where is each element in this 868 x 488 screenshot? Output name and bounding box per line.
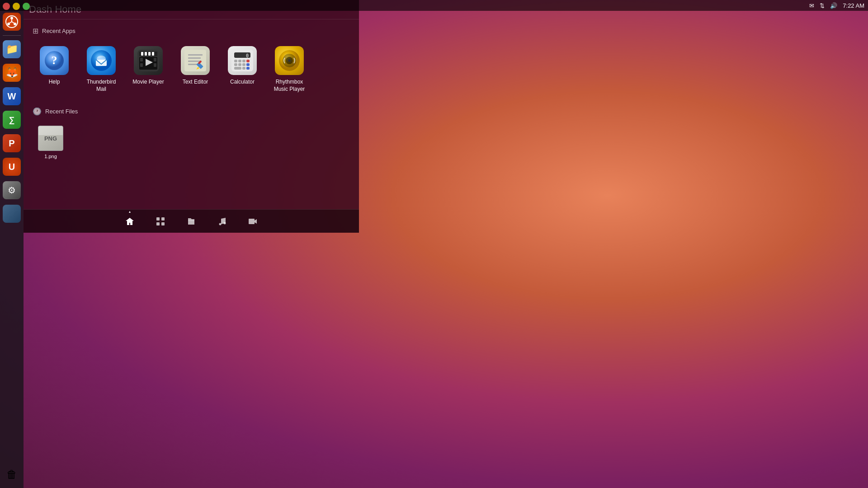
- svg-rect-22: [154, 58, 156, 61]
- movie-player-app-icon: [134, 46, 163, 75]
- bottom-nav-home[interactable]: [122, 213, 138, 230]
- launcher-item-files[interactable]: 📁: [1, 38, 23, 60]
- launcher-item-software-center[interactable]: U: [1, 156, 23, 178]
- app-item-rhythmbox[interactable]: Rhythmbox Music Player: [268, 42, 311, 96]
- impress-icon: P: [3, 134, 21, 152]
- svg-rect-20: [140, 58, 143, 61]
- launcher-item-libreoffice-writer[interactable]: W: [1, 85, 23, 107]
- svg-rect-54: [161, 222, 165, 225]
- svg-rect-18: [152, 52, 154, 56]
- svg-point-57: [224, 222, 226, 224]
- svg-rect-27: [188, 57, 201, 59]
- window-minimize-button[interactable]: [13, 3, 20, 10]
- mail-icon[interactable]: ✉: [809, 2, 814, 9]
- text-editor-app-icon: [181, 46, 210, 75]
- time-display: 7:22 AM: [843, 2, 864, 9]
- bottom-nav-video[interactable]: [245, 213, 261, 230]
- window-controls: [3, 3, 30, 10]
- launcher-item-ubuntu[interactable]: [1, 11, 23, 33]
- launcher-item-libreoffice-calc[interactable]: ∑: [1, 109, 23, 131]
- png-file-label: 1.png: [44, 154, 57, 159]
- help-app-icon: ?: [40, 46, 69, 75]
- launcher-item-firefox[interactable]: 🦊: [1, 62, 23, 84]
- svg-rect-44: [234, 67, 241, 70]
- svg-point-56: [219, 223, 222, 225]
- thunderbird-app-label: Thunderbird Mail: [81, 79, 121, 93]
- volume-icon[interactable]: 🔊: [830, 2, 837, 9]
- network-icon[interactable]: ⇅: [820, 2, 825, 9]
- apps-grid: ? Help: [33, 42, 350, 96]
- svg-rect-41: [238, 63, 241, 66]
- trash-icon: 🗑: [3, 465, 21, 483]
- topbar-right: ✉ ⇅ 🔊 7:22 AM: [809, 2, 864, 9]
- launcher-sidebar: 📁 🦊 W ∑ P U ⚙ 🗑: [0, 0, 24, 488]
- ubuntu-logo-icon: [3, 13, 21, 31]
- dash-content: ⊞ Recent Apps ?: [24, 19, 359, 209]
- svg-rect-38: [242, 60, 245, 62]
- svg-rect-39: [246, 60, 250, 62]
- recent-files-header: 🕐 Recent Files: [33, 107, 350, 116]
- bottom-nav-files[interactable]: [183, 213, 199, 230]
- svg-text:?: ?: [52, 54, 57, 67]
- files-grid: PNG 1.png: [33, 123, 350, 162]
- svg-rect-45: [242, 67, 245, 70]
- svg-line-5: [12, 22, 14, 23]
- recent-apps-label: Recent Apps: [42, 28, 75, 34]
- png-file-icon: PNG: [38, 126, 63, 151]
- rhythmbox-app-icon: [275, 46, 304, 75]
- svg-rect-16: [145, 52, 147, 56]
- svg-rect-17: [148, 52, 151, 56]
- file-item-1png[interactable]: PNG 1.png: [33, 123, 69, 162]
- svg-rect-15: [141, 52, 143, 56]
- svg-point-1: [10, 17, 13, 19]
- help-app-label: Help: [49, 79, 60, 86]
- app-item-thunderbird[interactable]: Thunderbird Mail: [80, 42, 123, 96]
- movie-player-app-label: Movie Player: [132, 79, 164, 86]
- launcher-item-workspace-switcher[interactable]: [1, 203, 23, 225]
- app-item-calculator[interactable]: 0 Calculator: [221, 42, 264, 96]
- svg-rect-37: [238, 60, 241, 62]
- bottom-nav-apps[interactable]: [152, 213, 169, 230]
- svg-rect-26: [188, 54, 203, 56]
- app-item-help[interactable]: ? Help: [33, 42, 76, 96]
- app-item-movie-player[interactable]: Movie Player: [127, 42, 170, 96]
- svg-rect-52: [161, 217, 165, 221]
- recent-files-label: Recent Files: [45, 108, 78, 115]
- launcher-item-libreoffice-impress[interactable]: P: [1, 132, 23, 154]
- recent-apps-header: ⊞ Recent Apps: [33, 27, 350, 35]
- svg-rect-21: [140, 63, 143, 67]
- topbar: ✉ ⇅ 🔊 7:22 AM: [0, 0, 868, 11]
- svg-rect-40: [234, 63, 237, 66]
- svg-rect-42: [242, 63, 245, 66]
- svg-rect-43: [246, 63, 250, 66]
- rhythmbox-app-label: Rhythmbox Music Player: [269, 79, 309, 93]
- svg-point-50: [288, 59, 291, 62]
- files-icon: 📁: [3, 40, 21, 58]
- recent-apps-icon: ⊞: [33, 27, 38, 35]
- launcher-item-system-settings[interactable]: ⚙: [1, 179, 23, 201]
- window-maximize-button[interactable]: [23, 3, 30, 10]
- dash-bottom-nav: [24, 209, 359, 233]
- software-center-icon: U: [3, 158, 21, 176]
- svg-rect-23: [154, 63, 156, 67]
- calculator-app-label: Calculator: [230, 79, 255, 86]
- thunderbird-app-icon: [87, 46, 116, 75]
- svg-rect-29: [188, 64, 197, 65]
- system-settings-icon: ⚙: [3, 181, 21, 199]
- svg-text:0: 0: [246, 53, 249, 58]
- calculator-app-icon: 0: [228, 46, 257, 75]
- window-close-button[interactable]: [3, 3, 10, 10]
- recent-files-icon: 🕐: [33, 107, 42, 116]
- dash-overlay: ⊞ Recent Apps ?: [24, 0, 359, 233]
- firefox-icon: 🦊: [3, 64, 21, 82]
- svg-rect-46: [246, 67, 250, 70]
- svg-rect-36: [234, 60, 237, 62]
- launcher-item-trash[interactable]: 🗑: [1, 464, 23, 485]
- bottom-nav-music[interactable]: [214, 213, 230, 230]
- svg-rect-51: [156, 217, 160, 221]
- launcher-separator-1: [3, 35, 21, 36]
- app-item-text-editor[interactable]: Text Editor: [174, 42, 217, 96]
- writer-icon: W: [3, 87, 21, 105]
- workspace-switcher-icon: [3, 205, 21, 223]
- calc-icon: ∑: [3, 111, 21, 129]
